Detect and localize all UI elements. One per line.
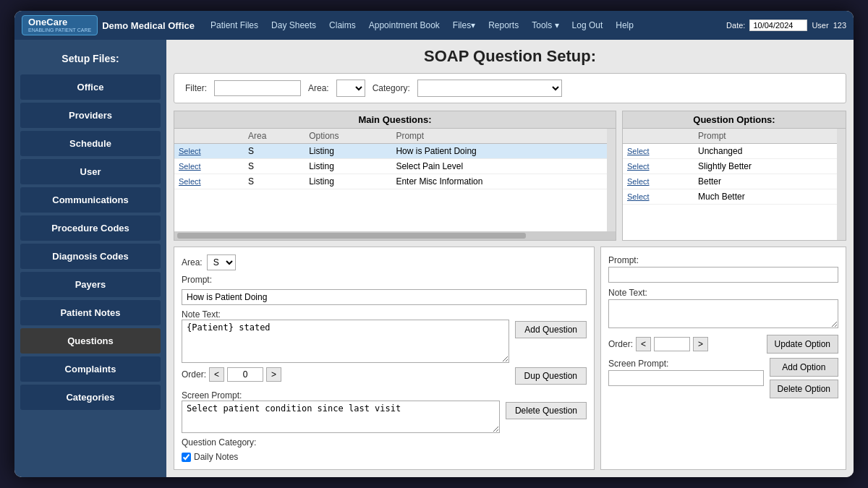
- main-questions-hscroll[interactable]: [174, 231, 616, 240]
- main-questions-scroll[interactable]: Area Options Prompt Select S Listing How…: [174, 129, 607, 231]
- prompt-form-input[interactable]: [182, 289, 587, 305]
- main-question-row[interactable]: Select S Listing Enter Misc Information: [174, 174, 607, 189]
- col-area: Area: [244, 129, 305, 144]
- sidebar-item-payers[interactable]: Payers: [20, 272, 161, 297]
- content-area: SOAP Question Setup: Filter: Area: SOAP …: [166, 40, 854, 477]
- date-user-area: Date: User 123: [726, 20, 846, 31]
- log-out-link[interactable]: Log Out: [568, 17, 608, 33]
- filter-bar: Filter: Area: SOAP Category:: [174, 73, 846, 103]
- logo: OneCare ENABLING PATIENT CARE: [22, 15, 98, 35]
- main-question-row[interactable]: Select S Listing Select Pain Level: [174, 159, 607, 174]
- page-title: SOAP Question Setup:: [174, 47, 846, 66]
- option-order-increment-button[interactable]: >: [693, 337, 708, 351]
- order-form-input[interactable]: [227, 367, 263, 382]
- question-option-select-link[interactable]: Select: [627, 147, 650, 155]
- sidebar-item-providers[interactable]: Providers: [20, 103, 161, 128]
- question-option-prompt: Better: [694, 174, 837, 189]
- screen-prompt-form-textarea[interactable]: Select patient condition since last visi…: [182, 401, 500, 433]
- question-option-row[interactable]: Select Better: [623, 174, 837, 189]
- main-question-prompt: Enter Misc Information: [391, 174, 607, 189]
- sidebar-title: Setup Files:: [14, 47, 166, 73]
- col-select-mq: [174, 129, 244, 144]
- help-link[interactable]: Help: [611, 17, 638, 33]
- tools-link[interactable]: Tools ▾: [527, 17, 563, 33]
- prompt-form-label: Prompt:: [182, 275, 212, 285]
- area-label: Area:: [308, 83, 329, 93]
- question-options-scroll[interactable]: Prompt Select Unchanged Select Slightly …: [623, 129, 837, 240]
- sidebar-item-communications[interactable]: Communications: [20, 187, 161, 213]
- logo-sub: ENABLING PATIENT CARE: [28, 27, 91, 33]
- dup-question-button[interactable]: Dup Question: [515, 367, 587, 385]
- main-question-prompt: How is Patient Doing: [391, 144, 607, 159]
- reports-link[interactable]: Reports: [484, 17, 523, 33]
- area-form-select[interactable]: SOAP: [207, 254, 236, 270]
- detail-row: Area: SOAP Prompt: Note Text: {Patient} …: [174, 247, 846, 470]
- main-question-select-link[interactable]: Select: [179, 162, 201, 171]
- patient-files-link[interactable]: Patient Files: [206, 17, 263, 33]
- main-question-row[interactable]: Select S Listing How is Patient Doing: [174, 144, 607, 159]
- main-question-select-link[interactable]: Select: [179, 147, 201, 155]
- option-order-decrement-button[interactable]: <: [636, 337, 651, 351]
- detail-left-panel: Area: SOAP Prompt: Note Text: {Patient} …: [174, 247, 595, 470]
- question-options-scrollbar[interactable]: [837, 129, 846, 240]
- sidebar-item-schedule[interactable]: Schedule: [20, 131, 161, 156]
- day-sheets-link[interactable]: Day Sheets: [267, 17, 320, 33]
- option-note-text-textarea[interactable]: [608, 299, 838, 328]
- logo-text: OneCare: [28, 17, 91, 27]
- col-options: Options: [305, 129, 391, 144]
- option-prompt-label: Prompt:: [608, 255, 639, 265]
- date-input[interactable]: [749, 20, 807, 31]
- main-questions-header: Main Questions:: [174, 111, 616, 129]
- question-options-panel: Question Options: Prompt: [622, 111, 846, 241]
- order-increment-button[interactable]: >: [266, 367, 281, 382]
- files-link[interactable]: Files▾: [448, 17, 480, 33]
- question-option-row[interactable]: Select Much Better: [623, 189, 837, 205]
- sidebar-item-office[interactable]: Office: [20, 74, 161, 100]
- main-question-prompt: Select Pain Level: [391, 159, 607, 174]
- sidebar-item-categories[interactable]: Categories: [20, 385, 161, 410]
- appointment-book-link[interactable]: Appointment Book: [365, 17, 444, 33]
- main-questions-panel: Main Questions: Area Options Prompt: [174, 111, 616, 241]
- detail-right-panel: Prompt: Note Text: Order: < >: [600, 247, 846, 470]
- office-name: Demo Medical Office: [102, 20, 195, 31]
- order-decrement-button[interactable]: <: [209, 367, 224, 382]
- sidebar-item-questions[interactable]: Questions: [20, 328, 161, 354]
- sidebar-item-diagnosis-codes[interactable]: Diagnosis Codes: [20, 244, 161, 269]
- col-select-qo: [623, 129, 694, 144]
- sidebar-item-procedure-codes[interactable]: Procedure Codes: [20, 215, 161, 241]
- note-text-form-textarea[interactable]: {Patient} stated: [182, 320, 509, 363]
- area-select[interactable]: SOAP: [336, 80, 365, 97]
- add-question-button[interactable]: Add Question: [515, 321, 587, 338]
- claims-link[interactable]: Claims: [325, 17, 360, 33]
- main-questions-scrollbar[interactable]: [607, 129, 616, 231]
- date-label: Date:: [726, 21, 745, 30]
- option-note-text-label: Note Text:: [608, 288, 647, 298]
- delete-question-button[interactable]: Delete Question: [506, 402, 587, 419]
- main-question-area: S: [244, 159, 305, 174]
- option-order-label: Order:: [608, 339, 633, 349]
- sidebar-item-complaints[interactable]: Complaints: [20, 356, 161, 382]
- category-select[interactable]: [417, 80, 562, 97]
- sidebar-item-patient-notes[interactable]: Patient Notes: [20, 300, 161, 325]
- screen-prompt-form-label: Screen Prompt:: [182, 390, 500, 401]
- question-option-select-link[interactable]: Select: [627, 162, 650, 171]
- question-option-select-link[interactable]: Select: [627, 177, 650, 186]
- update-option-button[interactable]: Update Option: [767, 335, 838, 354]
- filter-input[interactable]: [214, 80, 301, 96]
- main-questions-table: Area Options Prompt Select S Listing How…: [174, 129, 607, 189]
- option-order-input[interactable]: [654, 337, 690, 351]
- question-option-select-link[interactable]: Select: [627, 192, 650, 201]
- filter-label: Filter:: [185, 83, 207, 93]
- delete-option-button[interactable]: Delete Option: [770, 380, 838, 398]
- add-option-button[interactable]: Add Option: [770, 358, 838, 377]
- option-screen-prompt-input[interactable]: [608, 370, 764, 386]
- main-question-options: Listing: [305, 144, 391, 159]
- question-option-row[interactable]: Select Unchanged: [623, 144, 837, 159]
- area-form-label: Area:: [182, 257, 203, 267]
- daily-notes-checkbox[interactable]: [182, 453, 191, 462]
- option-prompt-input[interactable]: [608, 267, 838, 283]
- main-question-area: S: [244, 144, 305, 159]
- question-option-row[interactable]: Select Slightly Better: [623, 159, 837, 174]
- main-question-select-link[interactable]: Select: [179, 177, 201, 186]
- sidebar-item-user[interactable]: User: [20, 159, 161, 184]
